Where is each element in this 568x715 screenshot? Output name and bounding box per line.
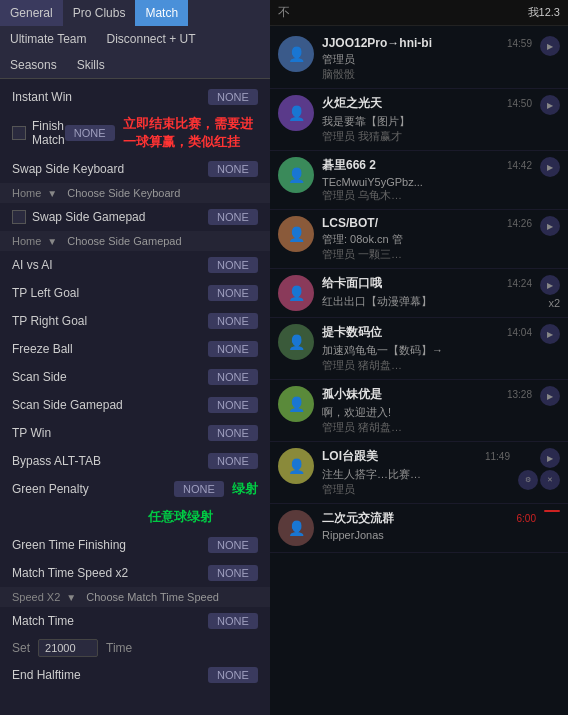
avatar: 👤 xyxy=(278,324,314,360)
finish-match-label: Finish Match xyxy=(32,119,65,147)
chat-submsg: 脑骰骰 xyxy=(322,67,532,82)
chat-name: LOI台跟美 xyxy=(322,448,378,465)
chat-content: LCS/BOT/ 14:26 管理: 08ok.cn 管 管理员 一颗三… xyxy=(322,216,532,262)
chat-time: 14:04 xyxy=(507,327,532,338)
chat-header: 给卡面口哦 14:24 xyxy=(322,275,532,292)
tab-skills[interactable]: Skills xyxy=(67,52,115,78)
tab-disconnect-ut[interactable]: Disconnect + UT xyxy=(96,26,205,52)
end-halftime-value[interactable]: NONE xyxy=(208,667,258,683)
list-item[interactable]: 👤 LCS/BOT/ 14:26 管理: 08ok.cn 管 管理员 一颗三… … xyxy=(270,210,568,269)
section-speed-choose: Choose Match Time Speed xyxy=(86,591,219,603)
chat-icon: ▶ xyxy=(540,324,560,344)
finish-match-annotation: 立即结束比赛，需要进一球算赢，类似红挂 xyxy=(123,115,258,151)
unread-badge xyxy=(544,510,560,512)
list-item[interactable]: 👤 孤小妹优是 13:28 啊，欢迎进入! 管理员 猪胡盘… ▶ xyxy=(270,380,568,442)
instant-win-label: Instant Win xyxy=(12,90,208,104)
swap-side-gamepad-value[interactable]: NONE xyxy=(208,209,258,225)
chat-icon: ▶ xyxy=(540,216,560,236)
bypass-alt-tab-value[interactable]: NONE xyxy=(208,453,258,469)
chat-time: 14:26 xyxy=(507,218,532,229)
chat-time: 11:49 xyxy=(485,451,510,462)
chat-header: JJOO12Pro→hni-bi 14:59 xyxy=(322,36,532,50)
chat-time: 14:42 xyxy=(507,160,532,171)
freekick-annotation-row: 任意球绿射 xyxy=(0,503,270,531)
right-icon: ▶ ⚙ ✕ xyxy=(518,448,560,490)
green-penalty-value[interactable]: NONE xyxy=(174,481,224,497)
tab-proclubs[interactable]: Pro Clubs xyxy=(63,0,136,26)
chat-name: 碁里666 2 xyxy=(322,157,376,174)
right-panel: 不 我12.3 👤 JJOO12Pro→hni-bi 14:59 管理员 脑骰骰… xyxy=(270,0,568,715)
tab-ultimateteam[interactable]: Ultimate Team xyxy=(0,26,96,52)
finish-match-value[interactable]: NONE xyxy=(65,125,115,141)
list-item[interactable]: 👤 二次元交流群 6:00 RipperJonas xyxy=(270,504,568,553)
right-icon: ▶ xyxy=(540,216,560,236)
section-gamepad[interactable]: Home ▼ Choose Side Gamepad xyxy=(0,231,270,251)
list-item[interactable]: 👤 给卡面口哦 14:24 红出出口【动漫弹幕】 ▶ x2 xyxy=(270,269,568,318)
list-item[interactable]: 👤 碁里666 2 14:42 TEcMwuiY5yGPbz... 管理员 乌龟… xyxy=(270,151,568,210)
scan-side-gamepad-value[interactable]: NONE xyxy=(208,397,258,413)
right-icon xyxy=(544,510,560,512)
swap-side-gamepad-label: Swap Side Gamepad xyxy=(32,210,208,224)
tp-right-goal-value[interactable]: NONE xyxy=(208,313,258,329)
chat-icon: ▶ xyxy=(540,95,560,115)
swap-side-keyboard-value[interactable]: NONE xyxy=(208,161,258,177)
scan-side-label: Scan Side xyxy=(12,370,208,384)
freeze-ball-row: Freeze Ball NONE xyxy=(0,335,270,363)
green-penalty-annotation: 绿射 xyxy=(232,480,258,498)
tab-general[interactable]: General xyxy=(0,0,63,26)
avatar: 👤 xyxy=(278,448,314,484)
green-penalty-row: Green Penalty NONE 绿射 xyxy=(0,475,270,503)
avatar: 👤 xyxy=(278,386,314,422)
chat-msg: 我是要靠【图片】 xyxy=(322,114,532,129)
match-time-speed-value[interactable]: NONE xyxy=(208,565,258,581)
chat-msg: RipperJonas xyxy=(322,529,536,541)
list-item[interactable]: 👤 JJOO12Pro→hni-bi 14:59 管理员 脑骰骰 ▶ xyxy=(270,30,568,89)
chat-content: 提卡数码位 14:04 加速鸡龟龟一【数码】→ 管理员 猪胡盘… xyxy=(322,324,532,373)
ai-vs-ai-label: AI vs AI xyxy=(12,258,208,272)
instant-win-value[interactable]: NONE xyxy=(208,89,258,105)
ai-vs-ai-value[interactable]: NONE xyxy=(208,257,258,273)
tab-seasons[interactable]: Seasons xyxy=(0,52,67,78)
chat-name: LCS/BOT/ xyxy=(322,216,378,230)
chat-submsg: 管理员 乌龟木… xyxy=(322,188,532,203)
scan-side-value[interactable]: NONE xyxy=(208,369,258,385)
tp-win-row: TP Win NONE xyxy=(0,419,270,447)
tab-match[interactable]: Match xyxy=(135,0,188,26)
chat-name: 孤小妹优是 xyxy=(322,386,382,403)
list-item[interactable]: 👤 火炬之光天 14:50 我是要靠【图片】 管理员 我猜赢才 ▶ xyxy=(270,89,568,151)
chat-icon: ▶ xyxy=(540,157,560,177)
match-time-speed-label: Match Time Speed x2 xyxy=(12,566,208,580)
green-time-finishing-value[interactable]: NONE xyxy=(208,537,258,553)
instant-win-row: Instant Win NONE xyxy=(0,83,270,111)
freeze-ball-value[interactable]: NONE xyxy=(208,341,258,357)
chat-name: JJOO12Pro→hni-bi xyxy=(322,36,432,50)
tp-win-value[interactable]: NONE xyxy=(208,425,258,441)
finish-match-checkbox[interactable] xyxy=(12,126,26,140)
set-value-input[interactable] xyxy=(38,639,98,657)
section-speed-x2[interactable]: Speed X2 ▼ Choose Match Time Speed xyxy=(0,587,270,607)
swap-side-gamepad-checkbox[interactable] xyxy=(12,210,26,224)
finish-match-row: Finish Match NONE 立即结束比赛，需要进一球算赢，类似红挂 xyxy=(0,111,270,155)
chat-header: LOI台跟美 11:49 xyxy=(322,448,510,465)
tp-left-goal-value[interactable]: NONE xyxy=(208,285,258,301)
chevron-down-icon-3: ▼ xyxy=(66,592,76,603)
chat-content: 给卡面口哦 14:24 红出出口【动漫弹幕】 xyxy=(322,275,532,309)
chat-msg: 注生人搭字…比赛… xyxy=(322,467,510,482)
chevron-down-icon-2: ▼ xyxy=(47,236,57,247)
chat-time: 14:50 xyxy=(507,98,532,109)
chat-header: 火炬之光天 14:50 xyxy=(322,95,532,112)
section-keyboard[interactable]: Home ▼ Choose Side Keyboard xyxy=(0,183,270,203)
avatar: 👤 xyxy=(278,157,314,193)
avatar: 👤 xyxy=(278,95,314,131)
tp-right-goal-label: TP Right Goal xyxy=(12,314,208,328)
end-halftime-label: End Halftime xyxy=(12,668,208,682)
chat-msg: TEcMwuiY5yGPbz... xyxy=(322,176,532,188)
chat-name: 二次元交流群 xyxy=(322,510,394,527)
match-time-value[interactable]: NONE xyxy=(208,613,258,629)
end-halftime-row: End Halftime NONE xyxy=(0,661,270,689)
list-item[interactable]: 👤 LOI台跟美 11:49 注生人搭字…比赛… 管理员 ▶ ⚙ ✕ xyxy=(270,442,568,504)
chat-header: LCS/BOT/ 14:26 xyxy=(322,216,532,230)
list-item[interactable]: 👤 提卡数码位 14:04 加速鸡龟龟一【数码】→ 管理员 猪胡盘… ▶ xyxy=(270,318,568,380)
chat-content: 碁里666 2 14:42 TEcMwuiY5yGPbz... 管理员 乌龟木… xyxy=(322,157,532,203)
section-speed-label: Speed X2 xyxy=(12,591,60,603)
